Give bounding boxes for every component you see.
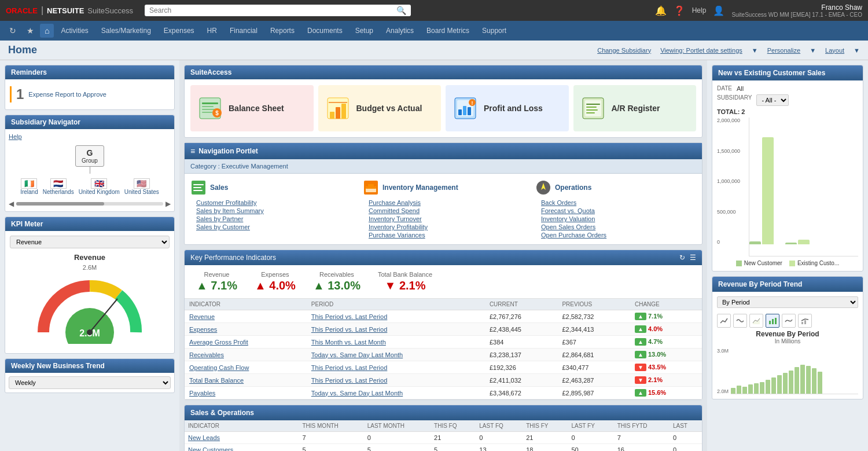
weekly-trend-select[interactable]: Weekly Monthly [9,376,171,389]
nav-bar: ↻ ★ ⌂ Activities Sales/Marketing Expense… [0,21,868,41]
sidebar-item-support[interactable]: Support [476,21,512,41]
refresh-icon[interactable]: ↻ [5,26,21,35]
subsidiary-navigator-body: Help G Group 🇮🇪 Ireland 🇳🇱 [5,129,174,211]
help-label[interactable]: Help [692,6,707,14]
sidebar-item-reports[interactable]: Reports [264,21,300,41]
viewing-label[interactable]: Viewing: Portlet date settings [660,47,742,54]
sidebar-item-analytics[interactable]: Analytics [380,21,420,41]
scroll-right-icon[interactable]: ▶ [165,200,171,208]
personalize-link[interactable]: Personalize [767,47,800,54]
sidebar-item-hr[interactable]: HR [201,21,223,41]
sidebar-item-board-metrics[interactable]: Board Metrics [421,21,475,41]
nav-link-open-purchase-orders[interactable]: Open Purchase Orders [541,232,696,239]
sales-row-0-this-month: 7 [299,432,363,444]
suite-access-tiles: $ Balance Sheet [185,79,702,137]
period-chart-title: Revenue By Period [717,330,858,338]
sidebar-item-sales-marketing[interactable]: Sales/Marketing [95,21,157,41]
search-input[interactable] [149,6,396,14]
nav-link-purchase-variances[interactable]: Purchase Variances [369,232,524,239]
kpi-row-4-indicator[interactable]: Operating Cash Flow [185,361,307,374]
y-label-500k: 500,000 [717,209,740,215]
kpi-meter-select[interactable]: Revenue Expenses [10,236,170,248]
wave2-chart-icon[interactable] [782,314,796,328]
sidebar-item-activities[interactable]: Activities [55,21,94,41]
period-y-2m: 2.0M [717,388,729,394]
layout-link[interactable]: Layout [825,47,844,54]
kpi-row-1-indicator[interactable]: Expenses [185,323,307,336]
kpi-row-3-period[interactable]: Today vs. Same Day Last Month [307,349,485,361]
kpi-row-2-indicator[interactable]: Average Gross Profit [185,336,307,349]
reminder-text[interactable]: Expense Report to Approve [28,91,106,98]
gauge-svg: 2.8M [32,274,148,344]
nav-link-sales-item-summary[interactable]: Sales by Item Summary [196,207,351,214]
change-subsidiary-link[interactable]: Change Subsidiary [597,47,651,54]
tile-profit-loss[interactable]: ! Profit and Loss [446,85,569,131]
top-right-area: 🔔 ❓ Help 👤 Franco Shaw SuiteSuccess WD M… [655,3,862,18]
tile-balance-sheet[interactable]: $ Balance Sheet [190,85,314,131]
home-icon[interactable]: ⌂ [40,24,54,38]
nav-link-committed-spend[interactable]: Committed Spend [369,207,524,214]
kpi-refresh-icon[interactable]: ↻ [679,254,685,262]
country-ireland[interactable]: 🇮🇪 Ireland [20,178,38,195]
sidebar-item-expenses[interactable]: Expenses [158,21,200,41]
kpi-row-5-indicator[interactable]: Total Bank Balance [185,374,307,387]
user-info: Franco Shaw SuiteSuccess WD MM [EMEA] 17… [731,3,862,18]
scroll-track[interactable] [16,202,163,206]
scroll-left-icon[interactable]: ◀ [9,200,14,208]
sales-row-0-indicator[interactable]: New Leads [185,432,299,444]
tile-ar-register[interactable]: A/R Register [573,85,697,131]
sales-row-1-indicator[interactable]: New Customers [185,444,299,452]
nav-link-forecast-quota[interactable]: Forecast vs. Quota [541,207,696,214]
y-label-2m: 2,000,000 [717,118,740,123]
user-subtitle: SuiteSuccess WD MM [EMEA] 17.1 - EMEA - … [731,12,862,18]
nav-section-inventory: Inventory Management Purchase Analysis C… [363,179,524,239]
kpi-row-3-indicator[interactable]: Receivables [185,349,307,361]
kpi-row-0-period[interactable]: This Period vs. Last Period [307,310,485,323]
search-icon[interactable]: 🔍 [396,6,406,15]
y-label-0: 0 [717,239,740,245]
bar-chart-type-icon[interactable] [766,314,779,328]
kpi-row-6-indicator[interactable]: Payables [185,387,307,399]
country-netherlands[interactable]: 🇳🇱 Netherlands [43,178,74,195]
kpi-row-1-period[interactable]: This Period vs. Last Period [307,323,485,336]
group-box[interactable]: G Group [75,145,104,167]
nav-link-inventory-valuation[interactable]: Inventory Valuation [541,215,696,222]
nav-link-back-orders[interactable]: Back Orders [541,199,696,206]
operations-links: Back Orders Forecast vs. Quota Inventory… [541,199,696,239]
line-chart-icon[interactable] [717,314,731,328]
sales-section-title: Sales [190,179,351,196]
notifications-icon[interactable]: 🔔 [655,5,667,16]
sidebar-item-setup[interactable]: Setup [350,21,379,41]
nav-link-sales-customer[interactable]: Sales by Customer [196,223,351,230]
sidebar-item-financial[interactable]: Financial [224,21,263,41]
help-icon[interactable]: ❓ [674,5,685,16]
revenue-period-select[interactable]: By Period By Month [717,296,858,308]
favorites-icon[interactable]: ★ [22,26,39,35]
svg-rect-24 [585,100,601,116]
nav-link-inventory-profitability[interactable]: Inventory Profitability [369,223,524,230]
nav-link-open-sales-orders[interactable]: Open Sales Orders [541,223,696,230]
combo-chart-icon[interactable] [798,314,812,328]
sidebar-item-documents[interactable]: Documents [301,21,348,41]
tile-budget-actual[interactable]: Budget vs Actual [318,85,442,131]
kpi-row-4-period[interactable]: This Period vs. Last Period [307,361,485,374]
nav-link-purchase-analysis[interactable]: Purchase Analysis [369,199,524,206]
user-icon[interactable]: 👤 [713,5,724,16]
legend-existing-label: Existing Custo... [797,260,839,266]
nav-link-customer-profitability[interactable]: Customer Profitability [196,199,351,206]
nav-link-inventory-turnover[interactable]: Inventory Turnover [369,215,524,222]
sales-links: Customer Profitability Sales by Item Sum… [196,199,351,230]
subsidiary-help-link[interactable]: Help [9,133,22,140]
kpi-menu-icon[interactable]: ☰ [690,254,696,262]
country-us[interactable]: 🇺🇸 United States [124,178,159,195]
area-chart-icon[interactable] [749,314,763,328]
kpi-row-0-indicator[interactable]: Revenue [185,310,307,323]
country-uk[interactable]: 🇬🇧 United Kingdom [79,178,120,195]
subsidiary-select[interactable]: - All - [756,94,789,106]
kpi-row-6-period[interactable]: Today vs. Same Day Last Month [307,387,485,399]
kpi-row-2-period[interactable]: This Month vs. Last Month [307,336,485,349]
wave-chart-icon[interactable] [733,314,747,328]
kpi-row-2-change: ▲ 4.7% [630,336,702,349]
nav-link-sales-partner[interactable]: Sales by Partner [196,215,351,222]
kpi-row-5-period[interactable]: This Period vs. Last Period [307,374,485,387]
